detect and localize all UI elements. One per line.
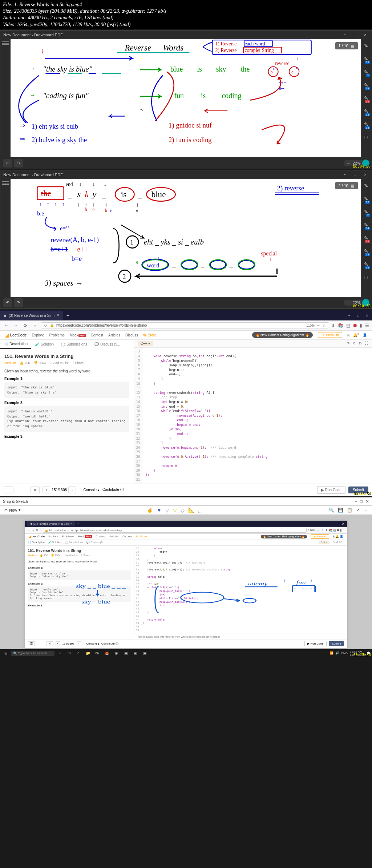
autocomplete-icon[interactable]: ✎	[347, 341, 350, 346]
home-button[interactable]: ⌂	[31, 322, 39, 329]
minimize-button[interactable]: −	[341, 32, 348, 38]
cortana-icon[interactable]: ○	[55, 650, 64, 657]
adblock-icon[interactable]: ⬢	[353, 323, 357, 328]
volume-icon[interactable]: 🔊	[336, 651, 339, 655]
back-button[interactable]: ←	[3, 322, 10, 329]
store-icon[interactable]: 🛍	[93, 650, 102, 657]
undo-button[interactable]: ↶	[3, 159, 12, 167]
library-icon[interactable]: 📚	[338, 323, 343, 328]
downloads-icon[interactable]: ⬇	[331, 323, 335, 328]
close-button[interactable]: ✕	[361, 32, 369, 38]
leetcode-logo[interactable]: ◢LeetCode	[5, 332, 27, 338]
more-icon[interactable]: ⋯	[363, 508, 368, 513]
zoom-out[interactable]: −	[347, 161, 349, 165]
page-indicator[interactable]: 2 / 10 ▦	[335, 182, 358, 189]
nav-articles[interactable]: Articles	[108, 333, 120, 337]
new-tab-button[interactable]: +	[63, 312, 73, 318]
edge-icon[interactable]: e	[74, 650, 83, 657]
lang-icon[interactable]: ENG	[341, 651, 348, 655]
forward-button[interactable]: →	[12, 322, 20, 329]
pen-tool[interactable]: ✎	[362, 40, 371, 52]
notifications-icon[interactable]: 🔔3	[353, 333, 359, 337]
tab-discuss[interactable]: 💬 Discuss (9...	[91, 340, 124, 349]
eraser-tool[interactable]: ◇	[181, 507, 185, 513]
code-content[interactable]: void reverse(string &s,int begin,int end…	[142, 348, 270, 483]
marker-tool[interactable]: ✎14	[362, 219, 371, 231]
shape-tool[interactable]: □	[362, 132, 371, 143]
minimize-button[interactable]: −	[346, 312, 353, 318]
console-tab[interactable]: Console ▴	[83, 488, 99, 492]
app-icon-3[interactable]: ▣	[140, 650, 149, 657]
share-icon[interactable]: ↗	[356, 508, 360, 513]
save-icon[interactable]: 💾	[338, 508, 343, 513]
chrome-icon[interactable]: ◉	[112, 650, 121, 657]
shape-tool[interactable]: □	[362, 271, 371, 283]
pencil-tool[interactable]: ✎19	[362, 232, 371, 244]
add-to-list[interactable]: ♡ Add to List	[49, 361, 69, 365]
explorer-icon[interactable]: 📁	[84, 650, 92, 657]
maximize-button[interactable]: □	[355, 312, 362, 318]
redo-button[interactable]: ↷	[14, 159, 23, 167]
likes-count[interactable]: 👍 756	[20, 361, 30, 365]
wifi-icon[interactable]: 📶	[330, 651, 333, 655]
app-icon[interactable]: ▣	[121, 650, 130, 657]
crop-tool[interactable]: ⬚	[198, 507, 203, 513]
firefox-icon[interactable]: 🦊	[102, 650, 111, 657]
menu-icon[interactable]: ☰	[365, 323, 369, 328]
extension-icon[interactable]: ▮	[360, 323, 362, 328]
avatar-icon[interactable]: 👤	[363, 333, 367, 337]
nav-explore[interactable]: Explore	[32, 333, 44, 337]
maximize-button[interactable]: □	[351, 32, 359, 38]
minimize-button[interactable]: −	[341, 172, 348, 178]
eraser-tool[interactable]: ✎14	[362, 118, 371, 130]
task-view-icon[interactable]: ▭	[65, 650, 73, 657]
fullscreen-icon[interactable]: ⛶	[365, 341, 368, 346]
page-indicator[interactable]: 1 / 10 ▦	[335, 42, 358, 49]
highlighter-tool[interactable]: ✎2	[362, 66, 371, 78]
reset-icon[interactable]: ↺	[353, 341, 356, 346]
pen-tool-blue[interactable]: ▼	[157, 507, 162, 513]
playground-icon[interactable]: ⎘	[347, 333, 349, 337]
nav-discuss[interactable]: Discuss	[125, 333, 138, 337]
pen-tool-2[interactable]: ✎13	[362, 53, 371, 65]
tab-submissions[interactable]: ◯ Submissions	[57, 340, 91, 349]
snip-canvas[interactable]: ◆ (3) Reverse Words in a Strin × + − □ ✕…	[0, 515, 372, 649]
highlighter-tool[interactable]: ▽	[173, 507, 177, 513]
pencil-tool[interactable]: ▽	[165, 507, 169, 513]
more-icon[interactable]: ⋯	[317, 323, 320, 327]
star-icon[interactable]: ☆	[323, 323, 326, 327]
maximize-button[interactable]: □	[351, 172, 359, 178]
premium-button[interactable]: ✨ Premium	[318, 332, 343, 338]
eraser-tool[interactable]: ✎14	[362, 258, 371, 270]
brush-tool[interactable]: ✎13	[362, 245, 371, 257]
code-editor[interactable]: 3 4 5 6 7 8 9 10 11 12 13 14 15 16 17 18…	[134, 348, 372, 483]
list-button[interactable]: ☰	[4, 487, 13, 493]
canvas[interactable]: 2 / 10 ▦ 2) reverse the _ s k y _ is _	[11, 179, 361, 297]
reload-button[interactable]: ⟳	[22, 322, 29, 329]
nav-problems[interactable]: Problems	[49, 333, 64, 337]
dislikes-count[interactable]: 👎 2564	[34, 361, 46, 365]
highlighter-tool[interactable]: ✎2	[362, 206, 371, 218]
marker-tool[interactable]: ✎14	[362, 79, 371, 91]
hamburger-menu[interactable]	[0, 179, 11, 297]
touch-tool[interactable]: ☝	[147, 507, 153, 513]
close-button[interactable]: ✕	[363, 312, 371, 318]
close-panel-icon[interactable]: ✕	[30, 487, 40, 493]
zoom-icon[interactable]: 🔍	[329, 508, 334, 513]
app-icon-2[interactable]: ▣	[131, 650, 140, 657]
redo-button[interactable]: ↷	[14, 298, 23, 307]
nav-store[interactable]: 🛍 Store	[143, 333, 157, 337]
minimize-button[interactable]: −	[355, 499, 357, 504]
tab-description[interactable]: 📄 Description	[0, 340, 31, 349]
pencil-tool[interactable]: ✎19	[362, 92, 371, 104]
pen-tool[interactable]: ✎	[362, 180, 371, 191]
settings-icon[interactable]: ⚙	[359, 341, 362, 346]
nav-mock[interactable]: MockNew	[70, 333, 86, 337]
start-button[interactable]: ⊞	[1, 650, 10, 657]
hamburger-menu[interactable]	[0, 39, 11, 157]
tray-up-icon[interactable]: ^	[326, 651, 328, 655]
sidebar-icon[interactable]: ▤	[346, 323, 350, 328]
new-snip-button[interactable]: ✂ New ▾	[4, 508, 21, 512]
run-code-button[interactable]: ▶ Run Code	[317, 486, 345, 494]
url-bar[interactable]: 🛡 🔒 https://leetcode.com/problems/revers…	[41, 322, 329, 328]
